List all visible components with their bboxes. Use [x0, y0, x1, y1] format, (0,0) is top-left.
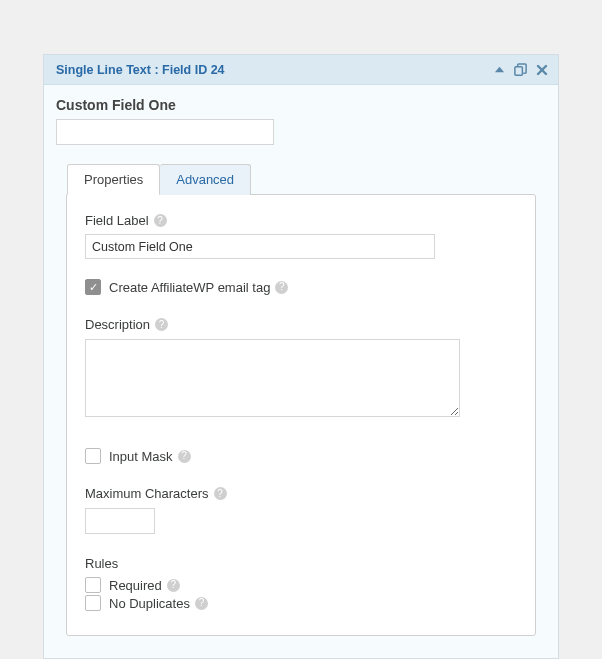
email-tag-checkbox[interactable]: ✓	[85, 279, 101, 295]
field-label-label: Field Label ?	[85, 213, 517, 228]
email-tag-label: Create AffiliateWP email tag ?	[109, 280, 288, 295]
email-tag-row: ✓ Create AffiliateWP email tag ?	[85, 279, 517, 295]
close-icon[interactable]	[536, 64, 548, 76]
field-label-input[interactable]	[85, 234, 435, 259]
duplicate-icon[interactable]	[513, 62, 528, 77]
max-chars-input[interactable]	[85, 508, 155, 534]
rule-required-row: Required ?	[85, 577, 517, 593]
field-label-text: Field Label	[85, 213, 149, 228]
description-textarea[interactable]	[85, 339, 460, 417]
rule-required-label: Required ?	[109, 578, 180, 593]
svg-marker-0	[495, 67, 504, 73]
help-icon[interactable]: ?	[214, 487, 227, 500]
field-settings-panel: Single Line Text : Field ID 24	[43, 54, 559, 659]
description-label: Description ?	[85, 317, 517, 332]
max-chars-label: Maximum Characters ?	[85, 486, 517, 501]
input-mask-label: Input Mask ?	[109, 449, 191, 464]
collapse-icon[interactable]	[494, 64, 505, 75]
help-icon[interactable]: ?	[195, 597, 208, 610]
panel-actions	[494, 62, 548, 77]
tab-content-properties: Field Label ? ✓ Create AffiliateWP email…	[66, 194, 536, 636]
tabs: Properties Advanced	[67, 164, 536, 195]
svg-rect-1	[515, 67, 523, 75]
help-icon[interactable]: ?	[178, 450, 191, 463]
input-mask-row: Input Mask ?	[85, 448, 517, 464]
help-icon[interactable]: ?	[275, 281, 288, 294]
field-preview-label: Custom Field One	[56, 97, 546, 113]
tab-properties[interactable]: Properties	[67, 164, 160, 195]
rule-required-checkbox[interactable]	[85, 577, 101, 593]
input-mask-checkbox[interactable]	[85, 448, 101, 464]
rule-noduplicates-checkbox[interactable]	[85, 595, 101, 611]
rule-noduplicates-row: No Duplicates ?	[85, 595, 517, 611]
field-preview-input[interactable]	[56, 119, 274, 145]
help-icon[interactable]: ?	[154, 214, 167, 227]
rules-label: Rules	[85, 556, 517, 571]
rule-noduplicates-label: No Duplicates ?	[109, 596, 208, 611]
help-icon[interactable]: ?	[167, 579, 180, 592]
panel-title: Single Line Text : Field ID 24	[56, 63, 225, 77]
panel-header: Single Line Text : Field ID 24	[44, 55, 558, 85]
help-icon[interactable]: ?	[155, 318, 168, 331]
tab-advanced[interactable]: Advanced	[160, 164, 251, 195]
panel-body: Custom Field One Properties Advanced Fie…	[44, 85, 558, 658]
